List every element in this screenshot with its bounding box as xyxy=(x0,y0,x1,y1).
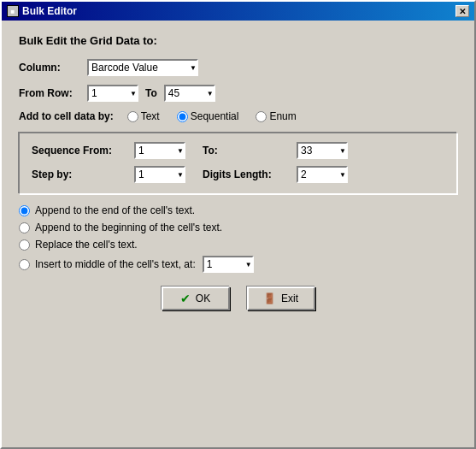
append-begin-radio[interactable] xyxy=(19,222,30,233)
step-label: Step by: xyxy=(32,168,134,180)
radio-enum-label: Enum xyxy=(269,110,296,122)
insert-row: Insert to middle of the cell's text, at:… xyxy=(19,256,457,273)
insert-radio[interactable] xyxy=(19,259,30,270)
insert-label: Insert to middle of the cell's text, at: xyxy=(35,258,196,270)
insert-select[interactable]: 1234 xyxy=(203,256,254,273)
main-window: ■ Bulk Editor ✕ Bulk Edit the Grid Data … xyxy=(0,0,476,449)
radio-enum-option: Enum xyxy=(256,110,296,122)
ok-icon: ✔ xyxy=(180,292,191,305)
sequence-group: Sequence From: 12510 To: 332050100 Step … xyxy=(19,133,457,194)
button-row: ✔ OK 🚪 Exit xyxy=(19,287,457,310)
radio-sequential-option: Sequential xyxy=(177,110,239,122)
title-bar: ■ Bulk Editor ✕ xyxy=(2,2,474,21)
seq-from-label: Sequence From: xyxy=(32,145,134,157)
seq-from-to-row: Sequence From: 12510 To: 332050100 xyxy=(32,142,444,159)
radio-enum[interactable] xyxy=(256,111,267,122)
replace-label: Replace the cell's text. xyxy=(35,239,138,251)
seq-from-select[interactable]: 12510 xyxy=(134,142,185,159)
exit-button[interactable]: 🚪 Exit xyxy=(247,287,315,310)
radio-sequential-label: Sequential xyxy=(191,110,239,122)
append-begin-row: Append to the beginning of the cell's te… xyxy=(19,222,457,233)
radio-text-label: Text xyxy=(141,110,160,122)
seq-to-label: To: xyxy=(203,145,297,157)
seq-to-select-wrapper: 332050100 xyxy=(297,142,348,159)
window-icon: ■ xyxy=(7,5,19,17)
step-digits-row: Step by: 1235 Digits Length: 2134 xyxy=(32,166,444,183)
radio-text[interactable] xyxy=(127,111,138,122)
window-title: Bulk Editor xyxy=(22,5,77,17)
from-to-row: From Row: 123 To 454035 xyxy=(19,85,457,102)
close-button[interactable]: ✕ xyxy=(455,5,469,17)
ok-label: OK xyxy=(196,292,210,304)
seq-to-select[interactable]: 332050100 xyxy=(297,142,348,159)
radio-sequential[interactable] xyxy=(177,111,188,122)
to-label: To xyxy=(145,87,157,99)
to-select[interactable]: 454035 xyxy=(164,85,215,102)
step-select-wrapper: 1235 xyxy=(134,166,185,183)
radio-text-option: Text xyxy=(127,110,160,122)
replace-radio[interactable] xyxy=(19,239,30,251)
digits-label: Digits Length: xyxy=(203,168,297,180)
main-title: Bulk Edit the Grid Data to: xyxy=(19,34,457,47)
column-row: Column: Barcode Value Item Name Price Qu… xyxy=(19,59,457,76)
seq-from-select-wrapper: 12510 xyxy=(134,142,185,159)
from-row-select[interactable]: 123 xyxy=(87,85,138,102)
exit-icon: 🚪 xyxy=(263,292,276,304)
append-end-radio[interactable] xyxy=(19,205,30,216)
content-area: Bulk Edit the Grid Data to: Column: Barc… xyxy=(2,21,474,328)
column-label: Column: xyxy=(19,62,87,74)
column-select-wrapper: Barcode Value Item Name Price Quantity xyxy=(87,59,198,76)
column-select[interactable]: Barcode Value Item Name Price Quantity xyxy=(87,59,198,76)
digits-select-wrapper: 2134 xyxy=(297,166,348,183)
insert-select-wrapper: 1234 xyxy=(203,256,254,273)
from-row-label: From Row: xyxy=(19,87,87,99)
append-end-label: Append to the end of the cell's text. xyxy=(35,204,195,216)
append-begin-label: Append to the beginning of the cell's te… xyxy=(35,222,222,233)
append-end-row: Append to the end of the cell's text. xyxy=(19,204,457,216)
add-to-row: Add to cell data by: Text Sequential Enu… xyxy=(19,110,457,122)
exit-label: Exit xyxy=(281,292,298,304)
append-section: Append to the end of the cell's text. Ap… xyxy=(19,204,457,273)
from-row-select-wrapper: 123 xyxy=(87,85,138,102)
digits-select[interactable]: 2134 xyxy=(297,166,348,183)
add-to-label: Add to cell data by: xyxy=(19,110,114,122)
replace-row: Replace the cell's text. xyxy=(19,239,457,251)
step-select[interactable]: 1235 xyxy=(134,166,185,183)
ok-button[interactable]: ✔ OK xyxy=(162,287,230,310)
to-select-wrapper: 454035 xyxy=(164,85,215,102)
